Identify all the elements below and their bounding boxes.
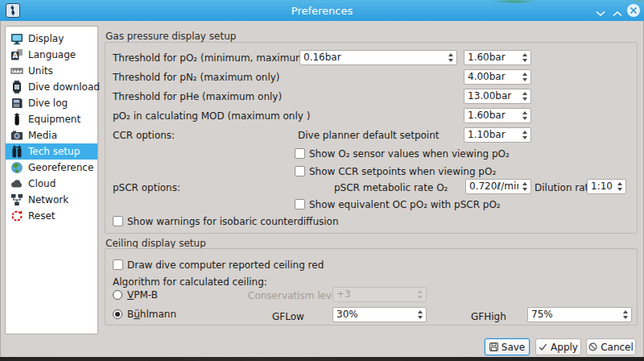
sidebar-item-equipment[interactable]: Equipment [6,111,97,127]
display-icon [10,32,23,45]
reset-icon [10,210,23,222]
sidebar-item-georeference[interactable]: Georeference [6,160,97,176]
sidebar-item-label: Units [28,65,53,77]
vpmb-label-rest: PM-B [134,289,158,301]
sidebar-item-label: Georeference [28,162,93,173]
show-ccr-setpoints-label: Show CCR setpoints when viewing pO₂ [309,166,496,177]
show-o2-sensor-checkbox[interactable] [295,148,305,159]
pn2-threshold-label: Threshold for pN₂ (maximum only) [113,72,280,83]
preferences-window: Preferences Display A Language [0,0,644,361]
apply-button[interactable]: Apply [535,338,581,355]
sidebar-item-label: Network [28,194,68,205]
show-equivalent-oc-checkbox[interactable] [295,199,305,210]
gfhigh-spinbox[interactable]: 75% [527,307,632,322]
minimize-icon[interactable] [596,8,605,15]
show-equivalent-oc-label: Show equivalent OC pO₂ with pSCR pO₂ [309,199,501,210]
phe-max-spinbox[interactable]: 13.00bar [464,89,531,104]
maximize-icon[interactable] [613,8,622,15]
spinner-arrows[interactable] [518,51,530,64]
phe-threshold-label: Threshold for pHe (maximum only) [113,91,282,102]
save-icon [489,342,498,351]
ccr-options-label: CCR options: [113,130,175,141]
conservatism-label: Conservatism level [248,290,341,301]
spinner-arrows[interactable] [518,180,530,193]
show-o2-sensor-label: Show O₂ sensor values when viewing pO₂ [309,148,510,160]
vpmb-label: VPM-B [127,289,158,301]
spinner-arrows[interactable] [518,109,530,122]
metabolic-rate-label: pSCR metabolic rate O₂ [334,182,448,193]
language-icon: A [10,48,23,61]
metabolic-rate-spinbox[interactable]: 0.720ℓ/min [465,179,531,194]
sidebar-item-language[interactable]: A Language [6,47,97,63]
group-title-gas-pressure: Gas pressure display setup [105,31,236,42]
sidebar-item-reset[interactable]: Reset [6,208,97,224]
show-ccr-setpoints-checkbox[interactable] [295,166,305,176]
spinner-arrows[interactable] [518,128,530,142]
sidebar-item-tech-setup[interactable]: Tech setup [6,143,97,160]
mod-po2-spinbox[interactable]: 1.60bar [464,108,531,123]
vpmb-radio[interactable] [113,290,122,300]
setpoint-spinbox[interactable]: 1.10bar [464,127,531,143]
spinner-arrows[interactable] [444,51,456,64]
equipment-icon [10,113,23,126]
cloud-icon [10,177,23,190]
spinner-arrows[interactable] [518,70,530,84]
sidebar-item-cloud[interactable]: Cloud [6,176,97,192]
desktop-edge-strip [0,357,644,361]
sidebar-item-label: Display [28,33,64,44]
sidebar-item-label: Equipment [28,114,80,125]
conservatism-value: +3 [333,288,414,301]
sidebar-item-display[interactable]: Display [6,31,97,47]
dilution-ratio-spinbox[interactable]: 1:10 [587,179,626,194]
draw-ceiling-red-checkbox[interactable] [113,259,123,270]
window-title: Preferences [0,5,644,17]
titlebar[interactable]: Preferences [0,0,644,21]
spinner-arrows[interactable] [619,308,631,322]
pn2-max-spinbox[interactable]: 4.00bar [464,69,531,85]
gfhigh-label: GFHigh [471,311,506,322]
po2-min-spinbox[interactable]: 0.16bar [299,50,457,65]
spinner-arrows[interactable] [613,180,625,193]
pscr-options-label: pSCR options: [113,182,180,193]
wallpaper-artifact [491,0,538,3]
buhlmann-label-pre: B [127,309,134,320]
dive-download-icon [10,81,23,93]
sidebar-item-media[interactable]: Media [6,127,97,143]
po2-threshold-label: Threshold for pO₂ (minimum, maximum) [113,52,308,64]
sidebar: Display A Language Units Dive download D… [5,26,98,334]
setpoint-label: Dive planner default setpoint [298,130,440,141]
georeference-icon [10,161,23,174]
sidebar-item-label: Dive log [28,98,68,109]
sidebar-item-label: Dive download [28,81,100,93]
cancel-icon [588,342,597,351]
setpoint-value: 1.10bar [464,128,518,142]
buhlmann-label-rest: hlmann [140,309,176,320]
cancel-button-label: Cancel [601,342,634,353]
network-icon [10,193,23,206]
sidebar-item-label: Media [28,130,57,141]
algorithm-label: Algorithm for calculated ceiling: [113,276,267,288]
phe-max-value: 13.00bar [464,89,518,103]
sidebar-item-network[interactable]: Network [6,192,97,208]
dive-log-icon [10,97,23,110]
mod-po2-value: 1.60bar [464,109,518,122]
sidebar-item-dive-log[interactable]: Dive log [6,95,97,111]
svg-text:A: A [12,52,18,60]
gflow-spinbox[interactable]: 30% [332,307,427,322]
po2-max-spinbox[interactable]: 1.60bar [464,50,531,65]
draw-ceiling-red-label: Draw dive computer reported ceiling red [127,259,324,271]
isobaric-warnings-checkbox[interactable] [113,216,123,226]
spinner-arrows[interactable] [414,308,426,322]
cancel-button[interactable]: Cancel [586,338,636,355]
conservatism-spinbox: +3 [332,287,427,302]
close-icon[interactable] [627,4,640,17]
buhlmann-label: Bühlmann [127,309,176,320]
save-button[interactable]: Save [485,338,530,355]
sidebar-item-units[interactable]: Units [6,63,97,79]
metabolic-rate-value: 0.720ℓ/min [466,180,518,193]
spinner-arrows[interactable] [518,89,530,103]
sidebar-item-dive-download[interactable]: Dive download [6,79,97,95]
gflow-value: 30% [333,308,414,322]
wallpaper-artifact [633,0,644,2]
buhlmann-radio[interactable] [113,309,122,319]
